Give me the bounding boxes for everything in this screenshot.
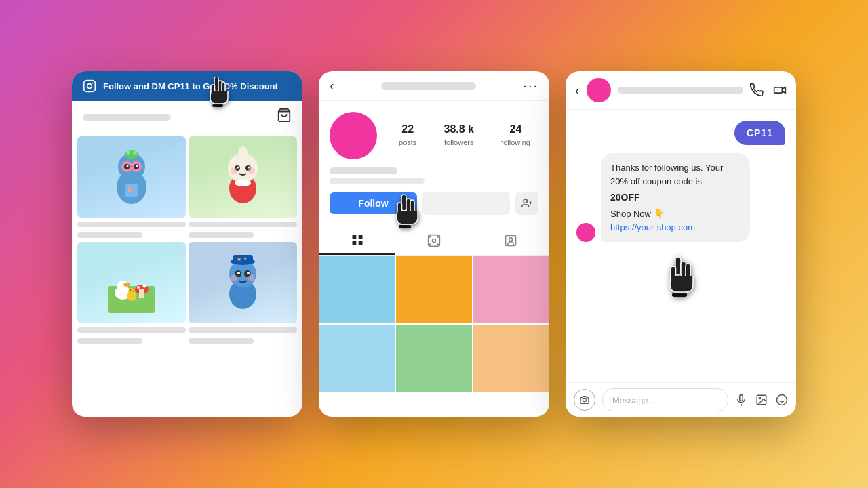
phone-dm-chat: ‹ CP11 Thanks for following us. Your 20%… [566, 71, 796, 417]
back-button[interactable]: ‹ [330, 78, 334, 94]
svg-point-1 [87, 84, 92, 89]
posts-count: 22 [399, 123, 416, 136]
svg-point-25 [238, 146, 248, 160]
coupon-code: 20OFF [610, 190, 741, 205]
product-image-1 [77, 136, 186, 218]
svg-point-36 [123, 283, 130, 287]
svg-point-19 [127, 165, 129, 167]
gallery-cell-6 [473, 325, 549, 392]
chat-contact-name [618, 87, 743, 94]
svg-point-83 [583, 398, 586, 401]
following-count: 24 [501, 123, 530, 136]
message-input[interactable]: Message... [602, 388, 728, 411]
cart-icon[interactable] [277, 108, 292, 127]
profile-bio-placeholder [330, 178, 425, 184]
cursor-hand-phone1 [203, 77, 233, 112]
svg-point-76 [509, 238, 513, 241]
tab-tagged[interactable] [473, 226, 549, 255]
svg-point-16 [133, 150, 137, 155]
banner-text: Follow and DM CP11 to Get 20% Discount [103, 81, 292, 92]
svg-point-56 [248, 274, 255, 281]
profile-avatar [330, 112, 377, 159]
sent-message: CP11 [734, 121, 785, 145]
profile-gallery [319, 256, 549, 392]
chat-action-icons [750, 83, 787, 97]
svg-rect-80 [686, 264, 690, 277]
svg-point-57 [524, 199, 527, 203]
following-label: following [501, 138, 530, 146]
received-message: Thanks for following us. Your 20% off co… [576, 153, 785, 242]
profile-tabs [319, 226, 549, 256]
svg-rect-84 [740, 395, 743, 401]
emoji-icon[interactable] [776, 394, 788, 406]
shop-link[interactable]: https://your-shop.com [610, 221, 741, 235]
svg-point-31 [248, 167, 255, 174]
profile-name-placeholder [330, 167, 397, 174]
mic-icon[interactable] [735, 394, 747, 406]
svg-point-88 [777, 395, 787, 405]
svg-point-30 [231, 167, 237, 174]
phone-instagram-feed: Follow and DM CP11 to Get 20% Discount [72, 71, 302, 417]
svg-rect-64 [399, 225, 411, 228]
svg-rect-21 [125, 184, 138, 197]
svg-point-43 [132, 290, 136, 292]
svg-rect-7 [212, 104, 223, 107]
gallery-cell-1 [319, 256, 395, 323]
stat-following: 24 following [501, 123, 530, 148]
svg-point-74 [437, 244, 439, 245]
product-image-2 [189, 136, 297, 218]
chat-back-button[interactable]: ‹ [575, 83, 580, 98]
svg-rect-5 [222, 82, 225, 93]
svg-point-32 [235, 180, 251, 186]
phone-call-icon[interactable] [750, 83, 764, 97]
svg-rect-38 [139, 289, 144, 298]
svg-point-20 [136, 165, 138, 167]
followers-count: 38.8 k [443, 123, 473, 136]
followers-label: followers [444, 138, 473, 146]
chat-input-bar: Message... [566, 382, 796, 417]
svg-point-55 [231, 274, 237, 281]
svg-text:★: ★ [237, 256, 241, 262]
product-price-1 [77, 232, 142, 238]
add-person-button[interactable] [515, 192, 538, 215]
gallery-cell-5 [396, 325, 472, 392]
svg-point-70 [432, 239, 435, 243]
profile-section: 22 posts 38.8 k followers 24 following F… [319, 101, 549, 226]
profile-top-row: 22 posts 38.8 k followers 24 following [330, 112, 538, 159]
tab-grid[interactable] [319, 226, 395, 255]
message-bar-placeholder [422, 192, 510, 215]
image-icon[interactable] [755, 394, 768, 406]
received-avatar [576, 223, 595, 242]
product-name-3 [77, 327, 186, 333]
svg-point-39 [137, 286, 140, 289]
camera-button[interactable] [574, 389, 595, 411]
product-price-2 [189, 232, 254, 238]
cursor-hand-follow [389, 193, 423, 232]
options-button[interactable]: ··· [523, 78, 538, 94]
phone2-topbar: ‹ ··· [319, 71, 549, 101]
nav-username-bar [83, 114, 171, 121]
svg-point-73 [429, 244, 431, 245]
phone3-topbar: ‹ [566, 71, 796, 110]
svg-rect-67 [352, 241, 356, 245]
svg-point-44 [130, 289, 131, 291]
stat-followers: 38.8 k followers [443, 123, 473, 148]
posts-label: posts [399, 138, 416, 146]
svg-rect-66 [358, 235, 362, 239]
follow-row: Follow [330, 192, 538, 215]
chat-contact-avatar [587, 78, 611, 102]
svg-rect-62 [410, 200, 414, 212]
gallery-cell-4 [319, 325, 395, 392]
svg-rect-65 [352, 235, 356, 239]
instagram-icon [83, 79, 96, 93]
product-name-4 [189, 327, 297, 333]
video-call-icon[interactable] [773, 83, 787, 97]
sent-bubble: CP11 [734, 121, 785, 145]
phone1-header-banner: Follow and DM CP11 to Get 20% Discount [72, 71, 302, 101]
chat-messages: CP11 Thanks for following us. Your 20% o… [566, 110, 796, 382]
svg-point-72 [437, 236, 439, 237]
product-grid: ★ ★ [72, 134, 302, 348]
product-item-2 [189, 136, 297, 239]
svg-point-40 [143, 285, 146, 288]
gallery-cell-2 [396, 256, 472, 323]
